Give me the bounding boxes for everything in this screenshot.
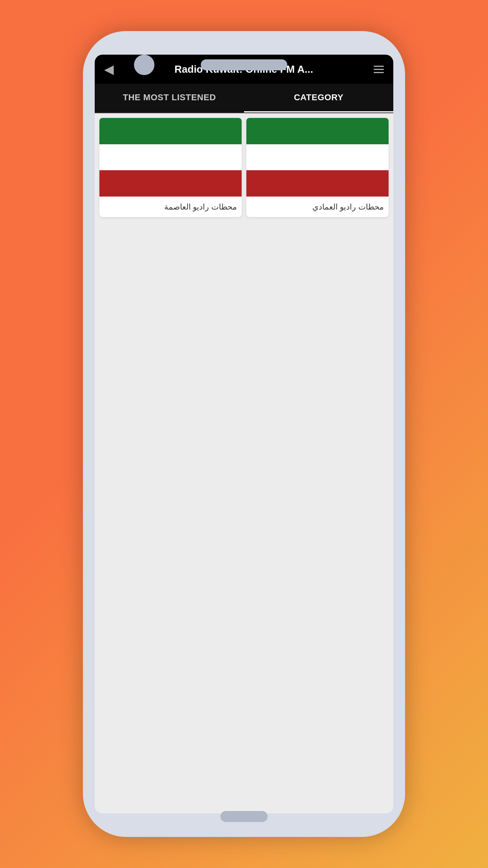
card-label-1: محطات راديو العاصمة — [99, 197, 242, 217]
tabs-bar: THE MOST LISTENED CATEGORY — [95, 84, 393, 113]
content-area: محطات راديو العاصمة محطات راديو العمادي — [95, 113, 393, 813]
flag-white-2 — [246, 144, 389, 171]
phone-outer: ◀ Radio Kuwait: Online FM A... THE MOST … — [83, 31, 405, 837]
radio-card-1[interactable]: محطات راديو العاصمة — [99, 118, 242, 217]
menu-icon[interactable] — [374, 66, 384, 73]
flag-red-2 — [246, 170, 389, 197]
flag-green-1 — [99, 118, 242, 144]
flag-red-1 — [99, 170, 242, 197]
phone-screen: ◀ Radio Kuwait: Online FM A... THE MOST … — [95, 55, 393, 813]
flag-green-2 — [246, 118, 389, 144]
home-button[interactable] — [220, 811, 268, 822]
card-label-2: محطات راديو العمادي — [246, 197, 389, 217]
radio-card-2[interactable]: محطات راديو العمادي — [246, 118, 389, 217]
tab-most-listened[interactable]: THE MOST LISTENED — [95, 84, 244, 112]
tab-category[interactable]: CATEGORY — [244, 84, 393, 112]
flag-image-2 — [246, 118, 389, 197]
back-icon[interactable]: ◀ — [104, 62, 114, 77]
flag-image-1 — [99, 118, 242, 197]
speaker — [201, 59, 287, 70]
camera — [134, 55, 154, 75]
flag-white-1 — [99, 144, 242, 171]
